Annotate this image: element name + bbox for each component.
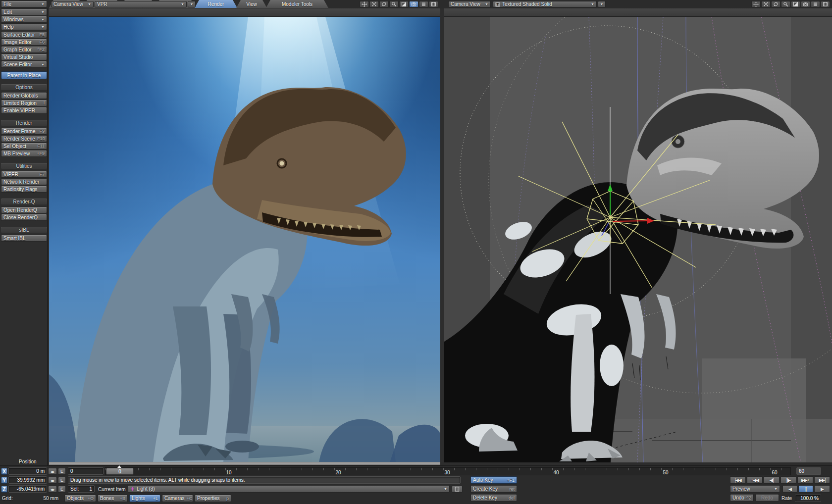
vpr-render-scene [49, 17, 440, 462]
chevron-down-icon: ▼ [41, 10, 45, 14]
y-nudge-buttons[interactable]: ◀▶ [48, 477, 57, 484]
pause-button[interactable]: || [798, 485, 813, 493]
delete-key-button[interactable]: Delete Keydel [470, 494, 517, 502]
edit-menu-button[interactable]: Edit▼ [1, 8, 47, 15]
x-envelope-button[interactable]: E [58, 468, 66, 475]
redo-button[interactable]: Redo [755, 494, 779, 502]
zoom-icon[interactable] [389, 1, 399, 7]
play-forward-button[interactable]: ▶ [814, 485, 830, 493]
right-shading-mode-dropdown[interactable]: TTextured Shaded Solid▼ [493, 1, 597, 7]
file-menu-label: File [3, 1, 11, 7]
pan-icon[interactable] [360, 1, 369, 7]
camera-icon[interactable] [801, 1, 810, 7]
texture-badge-icon: T [495, 2, 500, 7]
create-key-button[interactable]: Create Keyret [470, 485, 517, 493]
cameras-mode-button[interactable]: Cameras+C [162, 495, 193, 502]
go-to-start-button[interactable]: |◀◀ [730, 476, 746, 484]
y-axis-chip[interactable]: Y [1, 477, 7, 484]
undo-button[interactable]: Undo^Z [730, 494, 754, 502]
graph-editor-button[interactable]: Graph Editor^F2 [1, 46, 47, 53]
pan-icon[interactable] [751, 1, 761, 7]
go-to-end-button[interactable]: ▶▶| [814, 476, 830, 484]
virtual-studio-button[interactable]: Virtual Studio [1, 53, 47, 60]
z-axis-chip[interactable]: Z [1, 486, 7, 493]
z-nudge-buttons[interactable]: ◀▶ [48, 486, 57, 493]
z-value-field[interactable]: -65.0419mm [8, 485, 47, 493]
enable-viper-button[interactable]: Enable VIPER [1, 107, 47, 114]
mb-preview-button[interactable]: MB Preview+F9 [1, 150, 47, 157]
tab-modeler-tools[interactable]: Modeler Tools [266, 0, 328, 8]
renderq-section-header: Render-Q [1, 199, 47, 204]
render-section-header: Render [1, 120, 47, 126]
step-forward-button[interactable]: ||▶ [780, 476, 796, 484]
left-shading-mode-dropdown[interactable]: VPR▼ [95, 1, 187, 7]
left-view-mode-dropdown[interactable]: Camera View▼ [51, 1, 94, 7]
image-editor-button[interactable]: Image EditorF6 [1, 39, 47, 46]
zoom-icon[interactable] [781, 1, 790, 7]
z-envelope-button[interactable]: E [58, 486, 66, 493]
y-value-field[interactable]: 39.9992 mm [8, 476, 47, 484]
file-menu-button[interactable]: File ▼ [1, 0, 47, 7]
maximize-icon[interactable] [399, 1, 409, 7]
x-value-field[interactable]: 0 m [8, 467, 47, 475]
right-viewport-options-dropdown[interactable]: ▼ [598, 1, 606, 7]
previous-key-button[interactable]: +◀◀ [747, 476, 763, 484]
rotate-view-icon[interactable] [771, 1, 780, 7]
lights-mode-button[interactable]: Lights+L [129, 495, 160, 502]
snapshot-icon[interactable] [821, 1, 830, 7]
render-scene-button[interactable]: Render SceneF10 [1, 135, 47, 142]
menu-icon[interactable] [419, 1, 428, 7]
left-viewport-canvas[interactable] [49, 17, 440, 462]
chevron-down-icon: ▼ [41, 63, 45, 66]
sel-object-button[interactable]: Sel ObjectF11 [1, 143, 47, 150]
snapshot-icon[interactable] [429, 1, 438, 7]
timeline-ruler[interactable]: 10 20 30 40 50 60 [105, 467, 791, 475]
render-globals-button[interactable]: Render Globals [1, 92, 47, 99]
timeline-slider-handle[interactable]: 0 [106, 468, 134, 475]
limited-region-button[interactable]: Limited Regionl [1, 100, 47, 106]
camera-icon[interactable] [409, 1, 418, 7]
right-viewport-canvas[interactable] [444, 17, 832, 462]
parent-in-place-button[interactable]: Parent in Place [1, 71, 47, 79]
properties-button[interactable]: Propertiesp [195, 495, 231, 502]
right-view-mode-dropdown[interactable]: Camera View▼ [448, 1, 491, 7]
windows-menu-button[interactable]: Windows▼ [1, 16, 47, 23]
viper-button[interactable]: VIPERF7 [1, 171, 47, 178]
radiosity-flags-button[interactable]: Radiosity Flags [1, 186, 47, 193]
current-item-dropdown[interactable]: Light (3) ▼ [128, 485, 450, 493]
nudge-icon: ◀▶ [50, 479, 54, 482]
x-nudge-buttons[interactable]: ◀▶ [48, 468, 57, 475]
x-axis-chip[interactable]: X [1, 468, 7, 475]
maximize-icon[interactable] [791, 1, 800, 7]
auto-key-button[interactable]: Auto Key+F1 [470, 476, 517, 484]
help-menu-button[interactable]: Help▼ [1, 23, 47, 30]
play-reverse-button[interactable]: ◀ [782, 485, 797, 493]
open-renderq-button[interactable]: Open RenderQ [1, 206, 47, 213]
orbit-icon[interactable] [761, 1, 771, 7]
close-renderq-button[interactable]: Close RenderQ [1, 214, 47, 221]
menu-icon[interactable] [811, 1, 820, 7]
network-render-button[interactable]: Network Render [1, 178, 47, 185]
tab-view[interactable]: View [236, 0, 267, 8]
nudge-icon: ◀▶ [50, 470, 54, 473]
render-frame-button[interactable]: Render FrameF9 [1, 128, 47, 135]
orbit-icon[interactable] [369, 1, 379, 7]
rate-value-field[interactable]: 100.0 % [795, 495, 821, 502]
tab-render[interactable]: Render [195, 0, 237, 8]
step-back-button[interactable]: ◀|| [764, 476, 780, 484]
selection-count-field[interactable]: Sel:1 [68, 485, 95, 493]
y-envelope-button[interactable]: E [58, 477, 66, 484]
preview-dropdown[interactable]: Preview▼ [730, 485, 780, 493]
current-frame-field[interactable]: 0 [68, 467, 104, 475]
surface-editor-button[interactable]: Surface EditorF5 [1, 31, 47, 38]
left-viewport-options-dropdown[interactable]: ▼ [188, 1, 196, 7]
end-frame-field[interactable]: 60 [796, 467, 821, 475]
scene-editor-button[interactable]: Scene Editor▼ [1, 61, 47, 68]
smart-ibl-button[interactable]: Smart IBL [1, 235, 47, 242]
rotate-view-icon[interactable] [379, 1, 389, 7]
left-viewport-bottom-scrollbar[interactable] [49, 462, 440, 465]
next-key-button[interactable]: ▶▶+ [797, 476, 813, 484]
dope-sheet-button[interactable] [452, 486, 463, 493]
objects-mode-button[interactable]: Objects+O [64, 495, 96, 502]
bones-mode-button[interactable]: Bones+B [98, 495, 128, 502]
